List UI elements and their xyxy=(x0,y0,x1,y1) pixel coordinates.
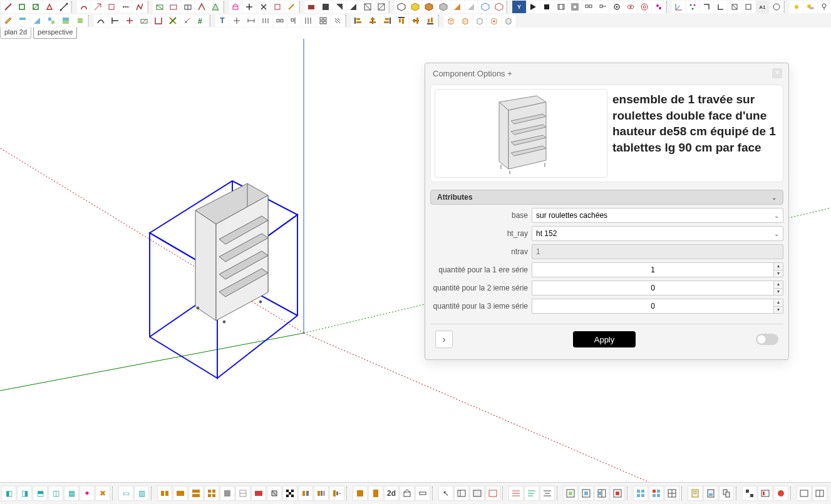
tool-icon[interactable] xyxy=(43,1,56,13)
align-right-icon[interactable] xyxy=(380,14,394,27)
tool-icon[interactable] xyxy=(319,1,332,13)
text-icon[interactable]: T xyxy=(215,14,229,27)
tool-icon[interactable] xyxy=(287,14,301,27)
tool-icon[interactable] xyxy=(1,1,14,13)
tool-icon[interactable] xyxy=(688,486,703,501)
tool-icon[interactable] xyxy=(454,486,469,501)
tool-icon[interactable] xyxy=(105,1,118,13)
tool-icon[interactable] xyxy=(153,1,166,13)
close-icon[interactable]: × xyxy=(772,68,782,78)
tool-icon[interactable] xyxy=(579,486,594,501)
box-icon[interactable] xyxy=(502,14,515,27)
tool-icon[interactable]: ◨ xyxy=(17,486,32,501)
tool-icon[interactable] xyxy=(563,486,578,501)
box-icon[interactable] xyxy=(444,14,458,27)
expand-button[interactable]: › xyxy=(435,331,453,348)
tool-icon[interactable] xyxy=(672,1,685,13)
tool-icon[interactable] xyxy=(714,1,727,13)
tool-icon[interactable] xyxy=(540,486,555,501)
tool-icon[interactable] xyxy=(267,486,282,501)
box-icon[interactable] xyxy=(458,14,472,27)
tool-icon[interactable] xyxy=(812,486,827,501)
align-center-icon[interactable] xyxy=(366,14,379,27)
tool-icon[interactable] xyxy=(395,1,408,13)
tool-icon[interactable] xyxy=(423,1,436,13)
tool-icon[interactable] xyxy=(271,1,284,13)
tool-icon[interactable]: ▥ xyxy=(134,486,149,501)
bulb-icon[interactable] xyxy=(818,1,831,13)
grid-icon[interactable] xyxy=(316,14,330,27)
tool-icon[interactable] xyxy=(57,1,70,13)
tool-icon[interactable] xyxy=(436,1,450,13)
tool-icon[interactable] xyxy=(758,486,773,501)
tool-icon[interactable] xyxy=(133,1,146,13)
tool-icon[interactable]: ◫ xyxy=(48,486,63,501)
tool-icon[interactable] xyxy=(470,486,485,501)
tool-icon[interactable] xyxy=(180,14,194,27)
align-top-icon[interactable] xyxy=(395,14,408,27)
tool-icon[interactable] xyxy=(400,486,415,501)
tool-icon[interactable] xyxy=(157,486,172,501)
toggle-switch[interactable] xyxy=(756,334,778,345)
tool-icon[interactable] xyxy=(686,1,699,13)
grid4-red-icon[interactable] xyxy=(649,486,664,501)
tool-icon[interactable] xyxy=(331,14,344,27)
tool-icon[interactable] xyxy=(664,486,679,501)
tool-icon[interactable] xyxy=(243,1,256,13)
tool-icon[interactable] xyxy=(15,1,28,13)
field-q2-value[interactable]: 0 xyxy=(532,280,773,296)
tool-icon[interactable] xyxy=(728,1,741,13)
pencil-icon[interactable] xyxy=(1,14,15,27)
tool-icon[interactable] xyxy=(508,486,524,501)
tool-icon[interactable] xyxy=(167,1,180,13)
tool-icon[interactable] xyxy=(204,486,219,501)
tool-icon[interactable]: ◧ xyxy=(1,486,16,501)
tool-icon[interactable] xyxy=(719,486,734,501)
tool-icon[interactable] xyxy=(298,486,313,501)
gear-icon[interactable] xyxy=(610,1,623,13)
tool-icon[interactable] xyxy=(478,1,492,13)
spin-down-icon[interactable]: ▼ xyxy=(773,270,783,278)
tool-icon[interactable] xyxy=(251,486,266,501)
field-q3-value[interactable]: 0 xyxy=(532,299,773,314)
spin-up-icon[interactable]: ▲ xyxy=(773,299,783,306)
checker-icon[interactable] xyxy=(282,486,297,501)
tool-icon[interactable] xyxy=(59,14,73,27)
tool-icon[interactable] xyxy=(492,1,505,13)
tool-icon[interactable] xyxy=(123,14,137,27)
attributes-header[interactable]: Attributes ⌄ xyxy=(430,190,783,205)
play-icon[interactable] xyxy=(527,1,540,13)
tool-icon[interactable] xyxy=(302,14,316,27)
tool-icon[interactable] xyxy=(108,14,122,27)
tool-icon[interactable] xyxy=(347,1,360,13)
tool-icon[interactable] xyxy=(582,1,596,13)
tool-icon[interactable]: ▭ xyxy=(118,486,133,501)
tool-icon[interactable] xyxy=(465,1,478,13)
tool-icon[interactable] xyxy=(773,486,788,501)
spin-down-icon[interactable]: ▼ xyxy=(773,288,783,296)
tool-icon[interactable] xyxy=(152,14,165,27)
align-bot-icon[interactable] xyxy=(423,14,437,27)
box-icon[interactable] xyxy=(473,14,487,27)
tool-icon[interactable] xyxy=(797,486,812,501)
field-q1-value[interactable]: 1 xyxy=(532,262,773,277)
tool-icon[interactable] xyxy=(742,486,757,501)
grid4-icon[interactable] xyxy=(633,486,648,501)
tool-icon[interactable] xyxy=(30,14,44,27)
arrow-icon[interactable]: ↖ xyxy=(438,486,453,501)
apply-button[interactable]: Apply xyxy=(573,331,636,347)
sun-icon[interactable] xyxy=(790,1,803,13)
tool-icon[interactable] xyxy=(230,14,244,27)
tool-icon[interactable] xyxy=(368,486,383,501)
movie-icon[interactable] xyxy=(554,1,567,13)
tool-icon[interactable] xyxy=(703,486,718,501)
tool-icon[interactable] xyxy=(594,486,609,501)
tool-icon[interactable] xyxy=(770,1,783,13)
tool-icon[interactable] xyxy=(94,14,108,27)
tool-icon[interactable] xyxy=(166,14,180,27)
field-q1-spin[interactable]: 1 ▲▼ xyxy=(532,262,783,277)
tool-icon[interactable] xyxy=(450,1,463,13)
tool-icon[interactable] xyxy=(195,1,208,13)
tool-icon[interactable] xyxy=(524,486,539,501)
label-icon[interactable]: A1 xyxy=(756,1,769,13)
